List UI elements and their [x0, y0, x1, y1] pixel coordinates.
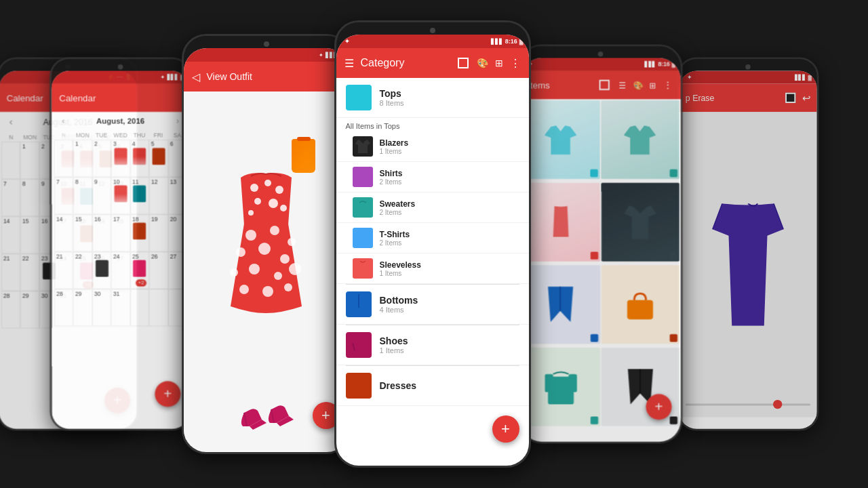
cat-fab[interactable]: + — [492, 415, 519, 443]
erase-color-swatch[interactable] — [785, 93, 795, 103]
sub-shirts[interactable]: Shirts 2 Items — [336, 162, 529, 192]
grid-view-icon[interactable]: ⊞ — [650, 80, 656, 89]
sub-tshirts[interactable]: T-Shirts 2 Items — [336, 223, 529, 253]
hamburger-menu[interactable]: ☰ — [344, 57, 354, 70]
category-bottoms[interactable]: Bottoms 4 Items — [336, 285, 529, 325]
cd-7[interactable]: 7 — [54, 177, 73, 214]
grid-item-5[interactable] — [601, 265, 679, 343]
grid-item-1[interactable] — [601, 100, 679, 178]
more-icon-4[interactable]: ⋮ — [663, 79, 673, 91]
cd-19[interactable]: 19 — [149, 214, 167, 251]
grid-item-6[interactable] — [521, 348, 599, 426]
dress-svg — [214, 171, 319, 313]
category-appbar: ☰ Category 🎨 ⊞ ⋮ — [336, 48, 529, 78]
svg-point-10 — [236, 247, 245, 257]
cd-2[interactable]: 2 — [92, 140, 111, 177]
list-view-icon[interactable]: ☰ — [618, 80, 626, 89]
cd-8[interactable]: 8 — [73, 177, 92, 214]
cd-3[interactable]: 3 — [111, 140, 130, 177]
status-bar-cal: ✦ ▋▋▋ ▓ — [52, 70, 189, 83]
items-appbar: Items ☰ 🎨 ⊞ ⋮ — [520, 70, 681, 99]
grid-item-4[interactable] — [521, 265, 599, 343]
camera-1 — [118, 64, 123, 70]
sub-blazers[interactable]: Blazers 1 Items — [336, 131, 529, 162]
cd-4[interactable]: 4 — [130, 140, 149, 177]
shoes-count: 1 Items — [380, 346, 408, 354]
shoes-label: Shoes — [380, 336, 408, 346]
palette-icon-4[interactable]: 🎨 — [633, 80, 643, 89]
svg-point-4 — [269, 199, 278, 208]
cd-17[interactable]: 17 — [111, 214, 130, 251]
cd-9[interactable]: 9 — [92, 177, 111, 214]
erase-appbar: p Erase ↩ — [679, 83, 816, 112]
cd-18[interactable]: 18 — [130, 214, 149, 251]
cd-e2 — [130, 289, 149, 327]
erase-content — [679, 112, 816, 417]
cd-24[interactable]: 24 — [111, 251, 130, 289]
cd-5[interactable]: 5 — [149, 140, 167, 177]
color-square-icon[interactable] — [458, 58, 469, 68]
status-bar-cat: ✦ ▋▋▋ 8:16 ▓ — [336, 35, 529, 48]
dresses-text: Dresses — [380, 380, 417, 391]
grid-item-3[interactable] — [601, 183, 679, 261]
cd-29[interactable]: 29 — [73, 289, 92, 327]
sub-sleeveless[interactable]: Sleeveless 1 Items — [336, 253, 529, 284]
bottoms-text: Bottoms 4 Items — [380, 295, 418, 314]
blazers-label: Blazers — [380, 138, 409, 148]
bt-erase: ✦ — [686, 74, 692, 81]
svg-point-15 — [274, 272, 282, 280]
cd-21[interactable]: 21 — [54, 251, 73, 289]
slider-thumb[interactable] — [772, 400, 781, 409]
grid-fab[interactable]: + — [646, 394, 671, 420]
blazers-icon — [353, 136, 373, 157]
swatch-3 — [669, 251, 677, 259]
cd-1[interactable]: 1 — [73, 140, 92, 177]
prev-month[interactable]: ‹ — [62, 116, 64, 125]
cd-11[interactable]: 11 — [130, 177, 149, 214]
cd-22[interactable]: 22 — [73, 251, 92, 289]
cd-23[interactable]: 23 — [92, 251, 111, 289]
category-dresses[interactable]: Dresses — [336, 366, 529, 406]
svg-point-13 — [230, 268, 238, 277]
svg-point-19 — [284, 283, 292, 291]
calendar-days: 1 2 3 4 5 6 7 8 9 10 11 12 13 14 — [54, 140, 187, 327]
undo-icon[interactable]: ↩ — [802, 92, 810, 104]
next-month[interactable]: › — [176, 116, 179, 125]
phone-items-grid: ✦ ▋▋▋ 8:16 ▓ Items ☰ 🎨 ⊞ ⋮ — [518, 45, 682, 444]
cd-12[interactable]: 12 — [149, 177, 167, 214]
cd-25[interactable]: 25+2 — [130, 251, 149, 289]
sweaters-count: 2 Items — [380, 209, 416, 216]
cal-fab[interactable]: + — [155, 381, 180, 407]
svg-point-18 — [262, 286, 273, 297]
back-button-outfit[interactable]: ◁ — [192, 70, 200, 83]
cd-28[interactable]: 28 — [54, 289, 73, 327]
cd-10[interactable]: 10 — [111, 177, 130, 214]
cd-14[interactable]: 14 — [54, 214, 73, 251]
fab-plus-cal: + — [163, 386, 172, 403]
svg-point-6 — [280, 205, 287, 211]
grid-item-2[interactable] — [521, 183, 599, 261]
more-icon[interactable]: ⋮ — [510, 57, 521, 70]
cd-30[interactable]: 30 — [92, 289, 111, 327]
category-tops[interactable]: Tops 8 Items — [336, 78, 529, 118]
sweaters-icon — [353, 197, 373, 218]
grid-item-0[interactable] — [521, 100, 599, 178]
cd-e[interactable] — [54, 140, 73, 177]
shirts-count: 2 Items — [380, 178, 403, 186]
cd-15[interactable]: 15 — [73, 214, 92, 251]
palette-icon[interactable]: 🎨 — [477, 58, 488, 68]
sub-sweaters[interactable]: Sweaters 2 Items — [336, 192, 529, 223]
cd-31[interactable]: 31 — [111, 289, 130, 327]
swatch-2 — [590, 251, 597, 259]
camera-2 — [264, 41, 269, 47]
erase-slider[interactable] — [679, 398, 816, 411]
cd-16[interactable]: 16 — [92, 214, 111, 251]
svg-point-17 — [239, 285, 249, 294]
grid-icon[interactable]: ⊞ — [495, 58, 503, 68]
checkbox-square[interactable] — [599, 80, 610, 90]
category-shoes[interactable]: Shoes 1 Items — [336, 325, 529, 365]
cd-26[interactable]: 26 — [149, 251, 167, 289]
days-header: N MONTUE WEDTHU FRISA — [54, 131, 187, 140]
svg-point-12 — [280, 254, 290, 264]
shirts-icon — [353, 167, 373, 187]
